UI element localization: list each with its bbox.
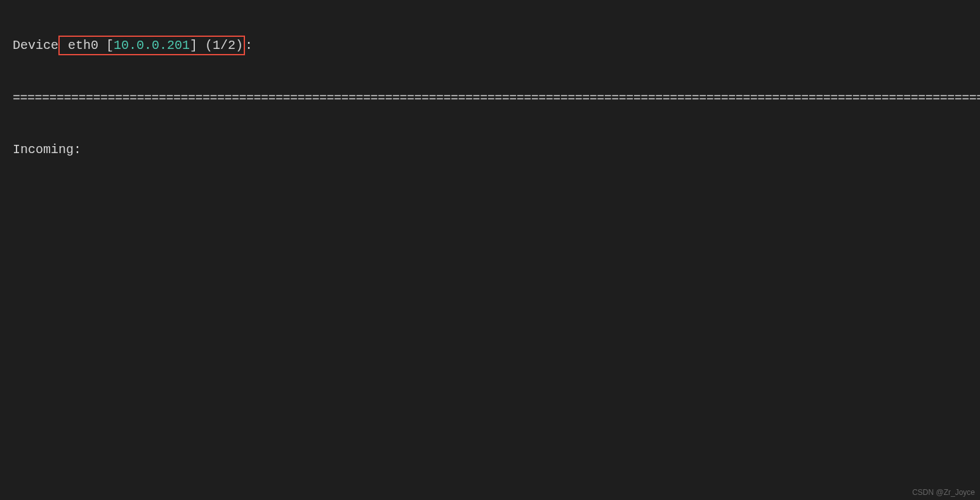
bracket-open: [: [106, 38, 114, 53]
bracket-close: ]: [190, 38, 197, 53]
spacer: [13, 193, 980, 210]
terminal-output: Device eth0 [10.0.0.201] (1/2): ========…: [13, 1, 980, 500]
device-label: Device: [13, 38, 58, 53]
separator-line: ========================================…: [13, 90, 980, 107]
spacer: [13, 244, 980, 261]
watermark: CSDN @Zr_Joyce: [912, 487, 975, 497]
ip-address: 10.0.0.201: [114, 38, 190, 53]
highlight-box: eth0 [10.0.0.201] (1/2): [58, 36, 245, 55]
incoming-label: Incoming:: [13, 141, 980, 158]
spacer: [13, 450, 980, 467]
device-name: eth0: [60, 38, 106, 53]
spacer: [13, 295, 980, 313]
spacer: [13, 347, 980, 364]
device-count: (1/2): [197, 38, 243, 53]
spacer: [13, 398, 980, 416]
device-header: Device eth0 [10.0.0.201] (1/2):: [13, 36, 980, 55]
